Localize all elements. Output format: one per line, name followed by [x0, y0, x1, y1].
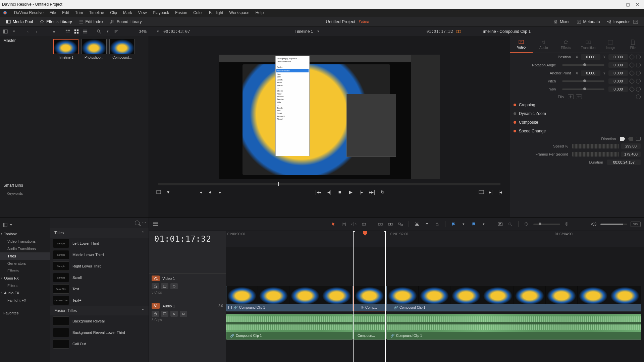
section-toggle-dot[interactable] [514, 130, 516, 132]
menu-fusion[interactable]: Fusion [172, 9, 190, 16]
bypass-icon[interactable] [455, 28, 462, 35]
fx-item[interactable]: SampleMiddle Lower Third [50, 249, 149, 260]
lock-icon[interactable] [434, 221, 440, 228]
smart-bins-header[interactable]: Smart Bins [0, 181, 50, 190]
sort-icon[interactable] [113, 28, 120, 35]
go-in-icon[interactable]: ▸| [488, 189, 494, 195]
tree-audiofx[interactable]: Audio FX [0, 289, 50, 297]
video-clip[interactable]: 🔗Compound Clip 1 [226, 286, 353, 311]
keyframe-icon[interactable] [629, 86, 635, 92]
clip-thumbnail[interactable]: Timeline 1 [53, 39, 78, 59]
yaw-slider[interactable] [562, 88, 605, 90]
match-frame-icon[interactable] [478, 189, 484, 195]
speed-input[interactable]: 299.00 [621, 143, 641, 149]
viewer-crop-chevron[interactable]: ▾ [165, 189, 171, 195]
tree-audio-transitions[interactable]: Audio Transitions [0, 245, 50, 252]
menu-fairlight[interactable]: Fairlight [206, 9, 226, 16]
menu-workspace[interactable]: Workspace [227, 9, 252, 16]
fps-input[interactable]: 179.400 [621, 152, 641, 157]
fx-item[interactable]: Call Out [50, 338, 149, 350]
inspector-more-icon[interactable]: ⋯ [635, 28, 642, 35]
viewer-scrubber[interactable] [158, 183, 500, 185]
fx-item[interactable]: SampleScroll [50, 272, 149, 283]
stop-button[interactable]: ■ [337, 189, 343, 195]
options-icon[interactable]: ⋯ [142, 221, 146, 225]
audio-clip[interactable]: Compoun... [354, 314, 386, 340]
viewer-options-icon[interactable]: ⋯ [464, 28, 471, 35]
blade-tool-icon[interactable] [361, 221, 367, 228]
trim-tool-icon[interactable] [340, 221, 347, 228]
inspector-tab-transition[interactable]: Transition [577, 36, 600, 53]
chevron-down-icon[interactable]: ▾ [11, 28, 17, 35]
mixer-toggle[interactable]: Mixer [550, 18, 573, 25]
viewer-zoom[interactable]: 34% [139, 29, 153, 34]
search-chevron-icon[interactable]: ▾ [104, 28, 111, 35]
menu-edit[interactable]: Edit [59, 9, 72, 16]
selection-tool-icon[interactable] [330, 221, 337, 228]
track-lock-icon[interactable] [152, 311, 159, 317]
inspector-tab-effects[interactable]: Effects [555, 36, 577, 53]
rotation-slider[interactable] [562, 64, 605, 66]
section-toggle-dot[interactable] [514, 112, 516, 115]
anchor-x-input[interactable]: 0.000 [581, 70, 600, 76]
zoom-detail-icon[interactable] [507, 221, 514, 228]
direction-forward-button[interactable] [620, 137, 625, 141]
keyframe-icon[interactable] [629, 70, 635, 76]
track-tag-a1[interactable]: A1 [152, 303, 160, 309]
fx-item[interactable]: Background Reveal [50, 315, 149, 327]
track-tag-v1[interactable]: V1 [152, 276, 160, 281]
menu-mark[interactable]: Mark [120, 9, 135, 16]
search-icon[interactable] [135, 221, 140, 225]
zoom-full-icon[interactable] [497, 221, 503, 228]
dim-button[interactable]: DIM [631, 222, 641, 227]
category-fusion-titles[interactable]: Fusion Titles⌃ [50, 306, 149, 315]
duration-input[interactable]: 00:00:24:157 [607, 160, 641, 165]
timeline-ruler[interactable]: 01:00:00:00 01:01:32:00 01:03:04:00 [226, 231, 644, 247]
search-icon[interactable] [96, 28, 102, 35]
inspector-expand-icon[interactable] [633, 19, 641, 24]
zoom-in-icon[interactable] [564, 221, 570, 228]
inspector-tab-file[interactable]: File [622, 36, 644, 53]
anchor-y-input[interactable]: 0.000 [608, 70, 628, 76]
overwrite-clip-icon[interactable] [387, 221, 394, 228]
inspector-tab-audio[interactable]: Audio [533, 36, 555, 53]
smartbin-keywords[interactable]: Keywords [0, 190, 50, 197]
timeline-timecode[interactable]: 01:01:17:32 [149, 231, 226, 247]
mediapool-toggle[interactable]: Media Pool [3, 18, 36, 25]
in-point-bracket[interactable] [353, 231, 354, 362]
speed-wheel[interactable] [572, 144, 619, 148]
menu-trim[interactable]: Trim [72, 9, 86, 16]
keyframe-icon[interactable] [629, 78, 635, 84]
track-disable-icon[interactable] [170, 283, 178, 289]
effects-toggle[interactable]: Effects Library [36, 18, 75, 25]
timeline-view-options-icon[interactable] [152, 221, 159, 228]
section-cropping[interactable]: Cropping [510, 101, 644, 109]
soundlib-toggle[interactable]: Sound Library [107, 18, 145, 25]
zoom-slider[interactable] [533, 224, 560, 225]
rotation-input[interactable]: 0.000 [608, 62, 628, 68]
first-frame-button[interactable]: |◂◂ [315, 189, 321, 195]
marker-chevron-icon[interactable]: ▾ [480, 221, 487, 228]
list-view-icon[interactable] [82, 28, 89, 35]
viewer-canvas[interactable]: Rückgängig: KopierenSchritt vorwärtsAusb… [219, 55, 440, 179]
inspector-tab-video[interactable]: Video [510, 36, 533, 53]
flip-v-button[interactable] [576, 95, 582, 99]
metadata-view-icon[interactable] [64, 28, 71, 35]
tree-effects[interactable]: Effects [0, 267, 50, 275]
link-icon[interactable] [424, 221, 430, 228]
clip-thumbnail[interactable]: Photoshop... [81, 39, 107, 59]
reset-icon[interactable] [636, 95, 641, 99]
timeline-name[interactable]: Timeline 1 [294, 29, 313, 34]
replace-clip-icon[interactable] [397, 221, 404, 228]
editindex-toggle[interactable]: Edit Index [75, 18, 107, 25]
menu-timeline[interactable]: Timeline [86, 9, 107, 16]
viewer-crop-icon[interactable] [156, 189, 162, 195]
audio-clip[interactable]: 🔗Compound Clip 1 [226, 314, 353, 340]
prev-clip-button[interactable]: ◂| [326, 189, 332, 195]
insert-clip-icon[interactable] [377, 221, 384, 228]
volume-slider[interactable] [600, 224, 627, 225]
keyframe-icon[interactable] [629, 62, 635, 68]
video-track-header[interactable]: V1 Video 1 3 Clips [149, 273, 226, 301]
menu-color[interactable]: Color [191, 9, 206, 16]
fx-item[interactable]: Background Reveal Lower Third [50, 327, 149, 338]
